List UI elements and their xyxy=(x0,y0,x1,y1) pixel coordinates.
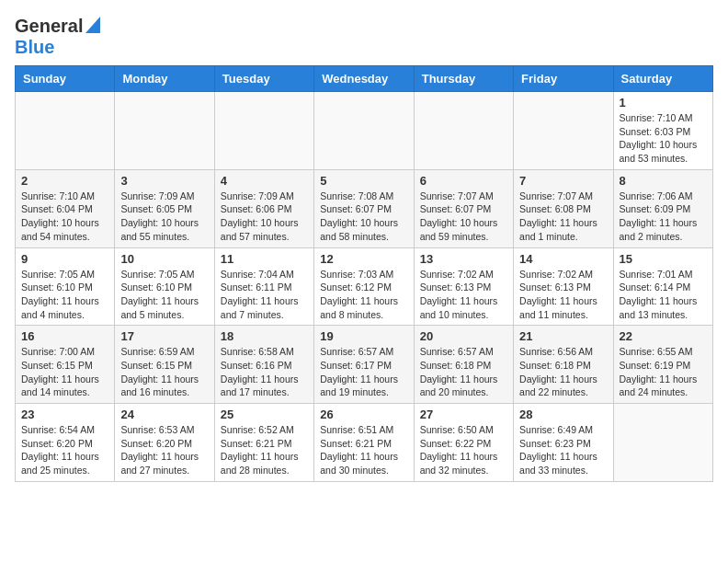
day-number: 27 xyxy=(420,408,507,421)
day-info: Sunrise: 6:57 AM Sunset: 6:17 PM Dayligh… xyxy=(320,345,407,399)
day-number: 14 xyxy=(519,252,607,266)
day-number: 15 xyxy=(620,252,707,266)
day-number: 16 xyxy=(21,329,108,343)
day-number: 4 xyxy=(221,174,308,188)
calendar-cell: 23Sunrise: 6:54 AM Sunset: 6:20 PM Dayli… xyxy=(16,404,115,482)
day-info: Sunrise: 7:04 AM Sunset: 6:11 PM Dayligh… xyxy=(221,268,308,322)
calendar-cell: 2Sunrise: 7:10 AM Sunset: 6:04 PM Daylig… xyxy=(16,169,115,247)
calendar-cell: 8Sunrise: 7:06 AM Sunset: 6:09 PM Daylig… xyxy=(613,169,712,247)
calendar-cell xyxy=(613,404,712,482)
day-info: Sunrise: 7:05 AM Sunset: 6:10 PM Dayligh… xyxy=(21,268,108,322)
day-info: Sunrise: 7:02 AM Sunset: 6:13 PM Dayligh… xyxy=(420,268,507,322)
day-number: 13 xyxy=(420,252,507,266)
calendar-cell: 11Sunrise: 7:04 AM Sunset: 6:11 PM Dayli… xyxy=(214,247,313,326)
calendar-cell: 22Sunrise: 6:55 AM Sunset: 6:19 PM Dayli… xyxy=(613,326,712,404)
calendar-cell: 27Sunrise: 6:50 AM Sunset: 6:22 PM Dayli… xyxy=(414,404,513,482)
day-number: 26 xyxy=(320,408,407,421)
day-info: Sunrise: 7:08 AM Sunset: 6:07 PM Dayligh… xyxy=(320,190,407,244)
day-number: 10 xyxy=(120,252,208,266)
day-info: Sunrise: 6:57 AM Sunset: 6:18 PM Dayligh… xyxy=(420,345,507,399)
calendar-cell: 28Sunrise: 6:49 AM Sunset: 6:23 PM Dayli… xyxy=(514,404,613,482)
day-number: 22 xyxy=(620,329,707,343)
day-number: 1 xyxy=(620,96,707,109)
day-number: 2 xyxy=(21,174,108,188)
day-info: Sunrise: 6:59 AM Sunset: 6:15 PM Dayligh… xyxy=(120,345,208,399)
col-header-friday: Friday xyxy=(514,66,613,92)
day-number: 11 xyxy=(221,252,308,266)
day-number: 8 xyxy=(620,174,707,188)
calendar-cell: 19Sunrise: 6:57 AM Sunset: 6:17 PM Dayli… xyxy=(314,326,414,404)
calendar-cell: 26Sunrise: 6:51 AM Sunset: 6:21 PM Dayli… xyxy=(314,404,414,482)
day-info: Sunrise: 6:49 AM Sunset: 6:23 PM Dayligh… xyxy=(519,423,607,477)
day-number: 24 xyxy=(120,408,208,421)
col-header-thursday: Thursday xyxy=(414,66,513,92)
calendar-cell: 1Sunrise: 7:10 AM Sunset: 6:03 PM Daylig… xyxy=(613,92,712,170)
day-info: Sunrise: 7:01 AM Sunset: 6:14 PM Dayligh… xyxy=(620,268,707,322)
day-number: 17 xyxy=(120,329,208,343)
day-info: Sunrise: 7:05 AM Sunset: 6:10 PM Dayligh… xyxy=(120,268,208,322)
day-number: 3 xyxy=(120,174,208,188)
day-number: 7 xyxy=(519,174,607,188)
calendar-header-row: SundayMondayTuesdayWednesdayThursdayFrid… xyxy=(16,66,713,92)
day-info: Sunrise: 6:54 AM Sunset: 6:20 PM Dayligh… xyxy=(21,423,108,477)
calendar-cell xyxy=(314,92,414,170)
calendar-week-row: 1Sunrise: 7:10 AM Sunset: 6:03 PM Daylig… xyxy=(16,92,713,170)
calendar-cell: 24Sunrise: 6:53 AM Sunset: 6:20 PM Dayli… xyxy=(115,404,214,482)
day-number: 12 xyxy=(320,252,407,266)
calendar-cell: 4Sunrise: 7:09 AM Sunset: 6:06 PM Daylig… xyxy=(214,169,313,247)
calendar-cell xyxy=(16,92,115,170)
col-header-saturday: Saturday xyxy=(613,66,712,92)
day-info: Sunrise: 7:09 AM Sunset: 6:06 PM Dayligh… xyxy=(221,190,308,244)
day-number: 5 xyxy=(320,174,407,188)
day-number: 9 xyxy=(21,252,108,266)
calendar-cell: 17Sunrise: 6:59 AM Sunset: 6:15 PM Dayli… xyxy=(115,326,214,404)
calendar-cell: 7Sunrise: 7:07 AM Sunset: 6:08 PM Daylig… xyxy=(514,169,613,247)
day-number: 28 xyxy=(519,408,607,421)
day-number: 23 xyxy=(21,408,108,421)
calendar-cell: 3Sunrise: 7:09 AM Sunset: 6:05 PM Daylig… xyxy=(115,169,214,247)
calendar-cell: 10Sunrise: 7:05 AM Sunset: 6:10 PM Dayli… xyxy=(115,247,214,326)
logo: General Blue xyxy=(15,15,100,58)
col-header-tuesday: Tuesday xyxy=(214,66,313,92)
header: General Blue xyxy=(15,15,713,58)
day-number: 25 xyxy=(221,408,308,421)
calendar-cell: 20Sunrise: 6:57 AM Sunset: 6:18 PM Dayli… xyxy=(414,326,513,404)
calendar-cell xyxy=(115,92,214,170)
day-number: 6 xyxy=(420,174,507,188)
day-number: 20 xyxy=(420,329,507,343)
calendar-cell: 18Sunrise: 6:58 AM Sunset: 6:16 PM Dayli… xyxy=(214,326,313,404)
day-info: Sunrise: 6:53 AM Sunset: 6:20 PM Dayligh… xyxy=(120,423,208,477)
day-info: Sunrise: 7:02 AM Sunset: 6:13 PM Dayligh… xyxy=(519,268,607,322)
calendar-cell: 6Sunrise: 7:07 AM Sunset: 6:07 PM Daylig… xyxy=(414,169,513,247)
day-info: Sunrise: 7:03 AM Sunset: 6:12 PM Dayligh… xyxy=(320,268,407,322)
day-info: Sunrise: 7:10 AM Sunset: 6:04 PM Dayligh… xyxy=(21,190,108,244)
day-number: 19 xyxy=(320,329,407,343)
calendar-week-row: 9Sunrise: 7:05 AM Sunset: 6:10 PM Daylig… xyxy=(16,247,713,326)
day-info: Sunrise: 6:50 AM Sunset: 6:22 PM Dayligh… xyxy=(420,423,507,477)
calendar-cell: 25Sunrise: 6:52 AM Sunset: 6:21 PM Dayli… xyxy=(214,404,313,482)
calendar: SundayMondayTuesdayWednesdayThursdayFrid… xyxy=(15,65,713,482)
day-info: Sunrise: 7:06 AM Sunset: 6:09 PM Dayligh… xyxy=(620,190,707,244)
day-info: Sunrise: 7:07 AM Sunset: 6:08 PM Dayligh… xyxy=(519,190,607,244)
calendar-cell xyxy=(414,92,513,170)
calendar-cell: 12Sunrise: 7:03 AM Sunset: 6:12 PM Dayli… xyxy=(314,247,414,326)
calendar-cell xyxy=(214,92,313,170)
day-info: Sunrise: 6:51 AM Sunset: 6:21 PM Dayligh… xyxy=(320,423,407,477)
day-info: Sunrise: 7:10 AM Sunset: 6:03 PM Dayligh… xyxy=(620,111,707,166)
calendar-cell xyxy=(514,92,613,170)
calendar-cell: 21Sunrise: 6:56 AM Sunset: 6:18 PM Dayli… xyxy=(514,326,613,404)
logo-general: General xyxy=(15,16,83,37)
day-info: Sunrise: 6:58 AM Sunset: 6:16 PM Dayligh… xyxy=(221,345,308,399)
day-info: Sunrise: 7:07 AM Sunset: 6:07 PM Dayligh… xyxy=(420,190,507,244)
calendar-cell: 13Sunrise: 7:02 AM Sunset: 6:13 PM Dayli… xyxy=(414,247,513,326)
logo-blue: Blue xyxy=(15,37,54,57)
col-header-wednesday: Wednesday xyxy=(314,66,414,92)
day-number: 21 xyxy=(519,329,607,343)
calendar-cell: 9Sunrise: 7:05 AM Sunset: 6:10 PM Daylig… xyxy=(16,247,115,326)
day-info: Sunrise: 7:00 AM Sunset: 6:15 PM Dayligh… xyxy=(21,345,108,399)
day-info: Sunrise: 6:55 AM Sunset: 6:19 PM Dayligh… xyxy=(620,345,707,399)
col-header-sunday: Sunday xyxy=(16,66,115,92)
calendar-cell: 14Sunrise: 7:02 AM Sunset: 6:13 PM Dayli… xyxy=(514,247,613,326)
calendar-cell: 5Sunrise: 7:08 AM Sunset: 6:07 PM Daylig… xyxy=(314,169,414,247)
day-info: Sunrise: 6:56 AM Sunset: 6:18 PM Dayligh… xyxy=(519,345,607,399)
